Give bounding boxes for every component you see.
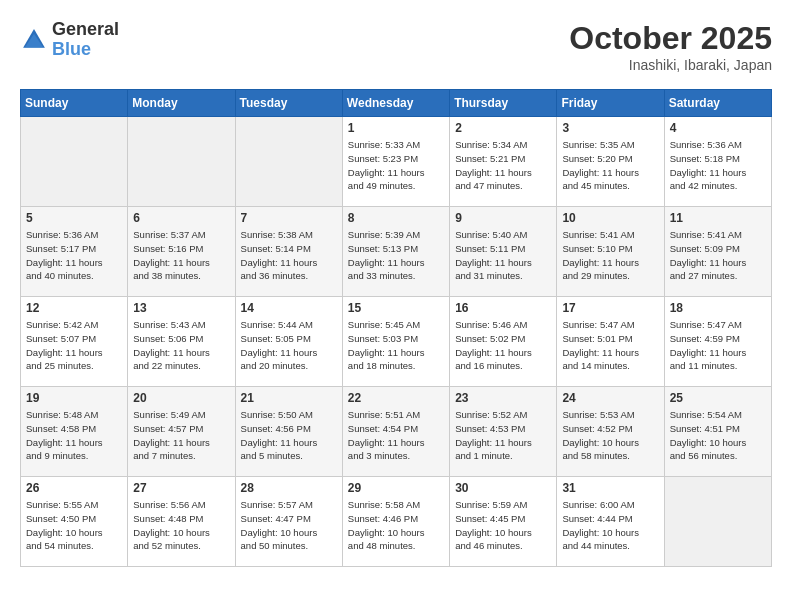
logo-icon	[20, 26, 48, 54]
week-row-4: 19Sunrise: 5:48 AM Sunset: 4:58 PM Dayli…	[21, 387, 772, 477]
day-info: Sunrise: 5:55 AM Sunset: 4:50 PM Dayligh…	[26, 498, 122, 553]
weekday-header-friday: Friday	[557, 90, 664, 117]
day-info: Sunrise: 5:42 AM Sunset: 5:07 PM Dayligh…	[26, 318, 122, 373]
day-info: Sunrise: 5:49 AM Sunset: 4:57 PM Dayligh…	[133, 408, 229, 463]
day-number: 31	[562, 481, 658, 495]
day-info: Sunrise: 5:59 AM Sunset: 4:45 PM Dayligh…	[455, 498, 551, 553]
calendar-cell: 8Sunrise: 5:39 AM Sunset: 5:13 PM Daylig…	[342, 207, 449, 297]
day-number: 2	[455, 121, 551, 135]
day-info: Sunrise: 5:46 AM Sunset: 5:02 PM Dayligh…	[455, 318, 551, 373]
calendar-cell: 31Sunrise: 6:00 AM Sunset: 4:44 PM Dayli…	[557, 477, 664, 567]
weekday-header-wednesday: Wednesday	[342, 90, 449, 117]
calendar-cell: 13Sunrise: 5:43 AM Sunset: 5:06 PM Dayli…	[128, 297, 235, 387]
calendar-cell: 23Sunrise: 5:52 AM Sunset: 4:53 PM Dayli…	[450, 387, 557, 477]
day-info: Sunrise: 5:41 AM Sunset: 5:10 PM Dayligh…	[562, 228, 658, 283]
week-row-5: 26Sunrise: 5:55 AM Sunset: 4:50 PM Dayli…	[21, 477, 772, 567]
calendar-cell: 9Sunrise: 5:40 AM Sunset: 5:11 PM Daylig…	[450, 207, 557, 297]
calendar-cell: 2Sunrise: 5:34 AM Sunset: 5:21 PM Daylig…	[450, 117, 557, 207]
day-number: 1	[348, 121, 444, 135]
day-info: Sunrise: 5:35 AM Sunset: 5:20 PM Dayligh…	[562, 138, 658, 193]
calendar-cell	[21, 117, 128, 207]
calendar-cell: 20Sunrise: 5:49 AM Sunset: 4:57 PM Dayli…	[128, 387, 235, 477]
day-number: 25	[670, 391, 766, 405]
weekday-header-monday: Monday	[128, 90, 235, 117]
calendar-cell: 14Sunrise: 5:44 AM Sunset: 5:05 PM Dayli…	[235, 297, 342, 387]
page-header: General Blue October 2025 Inashiki, Ibar…	[20, 20, 772, 73]
calendar-cell: 6Sunrise: 5:37 AM Sunset: 5:16 PM Daylig…	[128, 207, 235, 297]
calendar-table: SundayMondayTuesdayWednesdayThursdayFrid…	[20, 89, 772, 567]
day-number: 28	[241, 481, 337, 495]
logo-line1: General	[52, 20, 119, 40]
title-block: October 2025 Inashiki, Ibaraki, Japan	[569, 20, 772, 73]
day-number: 22	[348, 391, 444, 405]
day-number: 16	[455, 301, 551, 315]
calendar-cell: 16Sunrise: 5:46 AM Sunset: 5:02 PM Dayli…	[450, 297, 557, 387]
day-info: Sunrise: 5:40 AM Sunset: 5:11 PM Dayligh…	[455, 228, 551, 283]
day-number: 10	[562, 211, 658, 225]
calendar-cell: 5Sunrise: 5:36 AM Sunset: 5:17 PM Daylig…	[21, 207, 128, 297]
day-number: 12	[26, 301, 122, 315]
day-number: 30	[455, 481, 551, 495]
calendar-cell: 18Sunrise: 5:47 AM Sunset: 4:59 PM Dayli…	[664, 297, 771, 387]
calendar-cell: 15Sunrise: 5:45 AM Sunset: 5:03 PM Dayli…	[342, 297, 449, 387]
calendar-cell: 27Sunrise: 5:56 AM Sunset: 4:48 PM Dayli…	[128, 477, 235, 567]
day-number: 13	[133, 301, 229, 315]
day-info: Sunrise: 5:37 AM Sunset: 5:16 PM Dayligh…	[133, 228, 229, 283]
day-number: 9	[455, 211, 551, 225]
location-subtitle: Inashiki, Ibaraki, Japan	[569, 57, 772, 73]
calendar-cell: 7Sunrise: 5:38 AM Sunset: 5:14 PM Daylig…	[235, 207, 342, 297]
calendar-cell	[128, 117, 235, 207]
day-info: Sunrise: 5:43 AM Sunset: 5:06 PM Dayligh…	[133, 318, 229, 373]
day-info: Sunrise: 5:38 AM Sunset: 5:14 PM Dayligh…	[241, 228, 337, 283]
calendar-cell: 25Sunrise: 5:54 AM Sunset: 4:51 PM Dayli…	[664, 387, 771, 477]
day-info: Sunrise: 5:47 AM Sunset: 5:01 PM Dayligh…	[562, 318, 658, 373]
day-number: 7	[241, 211, 337, 225]
logo: General Blue	[20, 20, 119, 60]
calendar-cell: 3Sunrise: 5:35 AM Sunset: 5:20 PM Daylig…	[557, 117, 664, 207]
day-number: 18	[670, 301, 766, 315]
calendar-cell: 4Sunrise: 5:36 AM Sunset: 5:18 PM Daylig…	[664, 117, 771, 207]
day-info: Sunrise: 5:50 AM Sunset: 4:56 PM Dayligh…	[241, 408, 337, 463]
day-number: 5	[26, 211, 122, 225]
day-number: 4	[670, 121, 766, 135]
day-info: Sunrise: 5:52 AM Sunset: 4:53 PM Dayligh…	[455, 408, 551, 463]
day-info: Sunrise: 5:51 AM Sunset: 4:54 PM Dayligh…	[348, 408, 444, 463]
calendar-cell: 21Sunrise: 5:50 AM Sunset: 4:56 PM Dayli…	[235, 387, 342, 477]
day-info: Sunrise: 5:54 AM Sunset: 4:51 PM Dayligh…	[670, 408, 766, 463]
calendar-cell	[235, 117, 342, 207]
calendar-cell: 1Sunrise: 5:33 AM Sunset: 5:23 PM Daylig…	[342, 117, 449, 207]
weekday-header-saturday: Saturday	[664, 90, 771, 117]
month-title: October 2025	[569, 20, 772, 57]
day-number: 24	[562, 391, 658, 405]
day-number: 15	[348, 301, 444, 315]
calendar-cell: 22Sunrise: 5:51 AM Sunset: 4:54 PM Dayli…	[342, 387, 449, 477]
day-info: Sunrise: 5:44 AM Sunset: 5:05 PM Dayligh…	[241, 318, 337, 373]
calendar-cell: 24Sunrise: 5:53 AM Sunset: 4:52 PM Dayli…	[557, 387, 664, 477]
day-info: Sunrise: 5:39 AM Sunset: 5:13 PM Dayligh…	[348, 228, 444, 283]
day-number: 6	[133, 211, 229, 225]
weekday-header-thursday: Thursday	[450, 90, 557, 117]
weekday-header-row: SundayMondayTuesdayWednesdayThursdayFrid…	[21, 90, 772, 117]
day-number: 3	[562, 121, 658, 135]
day-info: Sunrise: 5:33 AM Sunset: 5:23 PM Dayligh…	[348, 138, 444, 193]
day-number: 17	[562, 301, 658, 315]
logo-line2: Blue	[52, 40, 119, 60]
day-info: Sunrise: 5:47 AM Sunset: 4:59 PM Dayligh…	[670, 318, 766, 373]
calendar-cell: 11Sunrise: 5:41 AM Sunset: 5:09 PM Dayli…	[664, 207, 771, 297]
day-number: 23	[455, 391, 551, 405]
day-number: 19	[26, 391, 122, 405]
day-number: 11	[670, 211, 766, 225]
calendar-cell: 28Sunrise: 5:57 AM Sunset: 4:47 PM Dayli…	[235, 477, 342, 567]
day-info: Sunrise: 5:41 AM Sunset: 5:09 PM Dayligh…	[670, 228, 766, 283]
week-row-3: 12Sunrise: 5:42 AM Sunset: 5:07 PM Dayli…	[21, 297, 772, 387]
calendar-cell: 10Sunrise: 5:41 AM Sunset: 5:10 PM Dayli…	[557, 207, 664, 297]
day-number: 27	[133, 481, 229, 495]
calendar-cell: 17Sunrise: 5:47 AM Sunset: 5:01 PM Dayli…	[557, 297, 664, 387]
calendar-cell	[664, 477, 771, 567]
week-row-2: 5Sunrise: 5:36 AM Sunset: 5:17 PM Daylig…	[21, 207, 772, 297]
day-info: Sunrise: 5:45 AM Sunset: 5:03 PM Dayligh…	[348, 318, 444, 373]
calendar-cell: 12Sunrise: 5:42 AM Sunset: 5:07 PM Dayli…	[21, 297, 128, 387]
day-info: Sunrise: 5:36 AM Sunset: 5:18 PM Dayligh…	[670, 138, 766, 193]
day-info: Sunrise: 5:58 AM Sunset: 4:46 PM Dayligh…	[348, 498, 444, 553]
day-number: 21	[241, 391, 337, 405]
